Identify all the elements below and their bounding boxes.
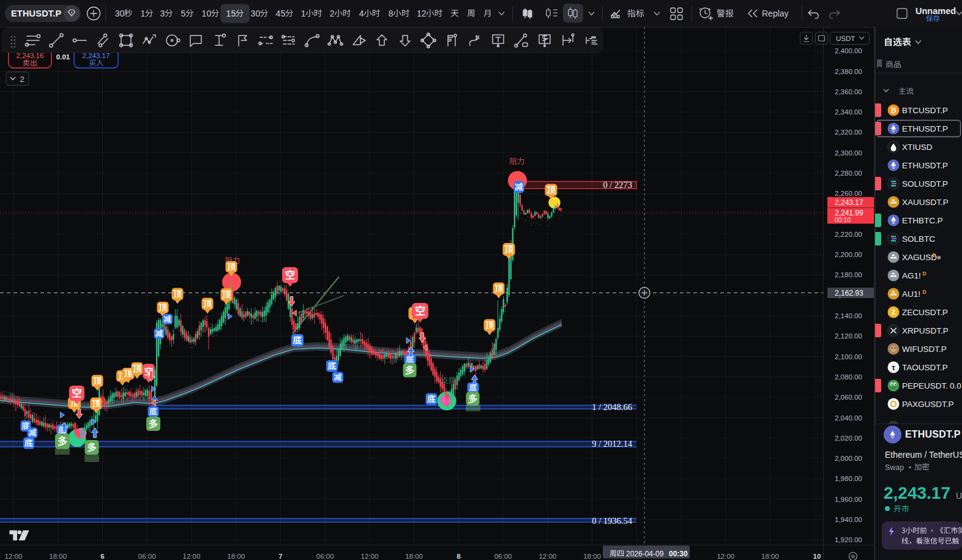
svg-text:2,243.17: 2,243.17 [884,483,950,502]
svg-text:1: 1 [140,9,145,18]
svg-text:1,960.00: 1,960.00 [835,496,862,503]
svg-text:2,100.00: 2,100.00 [835,353,862,360]
svg-text:2,243.17: 2,243.17 [835,198,863,207]
svg-text:6: 6 [100,553,104,560]
svg-text:12: 12 [417,9,427,18]
svg-text:ETHBTC.P: ETHBTC.P [902,216,943,225]
svg-text:XRPUSDT.P: XRPUSDT.P [902,326,949,335]
svg-text:30: 30 [251,9,261,18]
svg-text:2,020.00: 2,020.00 [835,435,862,442]
svg-text:Ethereum / TetherUS P: Ethereum / TetherUS P [885,450,962,460]
svg-text:12:00: 12:00 [717,553,734,560]
svg-text:15: 15 [226,9,236,18]
svg-text:8: 8 [389,9,393,18]
svg-text:0 / 2273: 0 / 2273 [603,180,632,190]
svg-text:0.01: 0.01 [56,53,70,61]
svg-text:18:00: 18:00 [583,553,601,560]
svg-text:TAOUSDT.P: TAOUSDT.P [902,363,948,372]
svg-text:8: 8 [457,553,461,560]
svg-text:12:00: 12:00 [539,553,556,560]
svg-text:2,400.00: 2,400.00 [835,47,862,54]
svg-text:2026-04-09: 2026-04-09 [626,550,664,558]
svg-text:18:00: 18:00 [227,553,245,560]
svg-text:2,080.00: 2,080.00 [835,373,862,381]
svg-text:00:30: 00:30 [669,550,688,558]
svg-text:ZECUSDT.P: ZECUSDT.P [902,308,948,317]
svg-text:00:10: 00:10 [835,216,851,223]
svg-text:2,120.00: 2,120.00 [835,332,862,340]
svg-text:0.0: 0.0 [950,381,961,390]
svg-text:WIFUSDT.P: WIFUSDT.P [902,345,947,354]
svg-text:BTCUSDT.P: BTCUSDT.P [902,106,948,115]
svg-text:3: 3 [160,9,165,18]
svg-text:45: 45 [276,9,286,18]
svg-text:SOLBTC: SOLBTC [902,234,935,244]
svg-text:D: D [932,252,936,258]
svg-text:Swap: Swap [885,463,904,472]
svg-text:2,380.00: 2,380.00 [835,68,862,75]
svg-text:2,220.00: 2,220.00 [835,231,862,238]
svg-text:0 / 1936.54: 0 / 1936.54 [592,516,632,526]
svg-text:ETHUSDT.P: ETHUSDT.P [902,161,948,170]
svg-text:1: 1 [301,9,306,18]
svg-text:2,280.00: 2,280.00 [835,170,862,177]
svg-text:2: 2 [330,9,335,18]
svg-text:2,340.00: 2,340.00 [835,108,862,116]
svg-text:7: 7 [278,553,282,560]
svg-text:PEPEUSDT.: PEPEUSDT. [902,381,948,390]
svg-text:1 / 2048.66: 1 / 2048.66 [592,402,632,412]
svg-text:Unnamed: Unnamed [915,6,956,16]
svg-text:2: 2 [20,75,24,84]
svg-text:06:00: 06:00 [316,553,334,560]
svg-text:D: D [923,271,927,277]
svg-text:30: 30 [115,9,125,18]
svg-text:12:00: 12:00 [361,553,379,560]
svg-text:4: 4 [359,9,364,18]
svg-text:9 / 2012.14: 9 / 2012.14 [592,439,632,449]
svg-text:06:00: 06:00 [494,553,512,560]
svg-text:Z: Z [892,308,896,316]
svg-text:Replay: Replay [762,9,789,18]
svg-text:2,040.00: 2,040.00 [835,414,862,422]
svg-text:2,162.93: 2,162.93 [835,289,863,297]
svg-text:18:00: 18:00 [761,553,779,560]
svg-text:ETHUSDT.P: ETHUSDT.P [905,429,961,439]
svg-text:2,320.00: 2,320.00 [835,129,862,136]
svg-text:XTIUSD: XTIUSD [902,143,933,152]
svg-text:18:00: 18:00 [405,553,423,560]
svg-text:10: 10 [813,553,821,560]
svg-text:AG1!: AG1! [902,271,921,280]
svg-text:12:00: 12:00 [183,553,201,560]
svg-text:5: 5 [181,9,185,18]
svg-text:XAUUSDT.P: XAUUSDT.P [902,198,949,207]
svg-text:USDT: USDT [836,35,855,42]
svg-text:τ: τ [892,364,895,372]
svg-text:2,360.00: 2,360.00 [835,88,862,95]
svg-text:ETHUSDT.P: ETHUSDT.P [902,124,948,133]
svg-text:12:00: 12:00 [5,553,23,560]
svg-text:D: D [923,289,927,295]
svg-text:2,180.00: 2,180.00 [835,271,862,278]
svg-text:2,140.00: 2,140.00 [835,312,862,319]
svg-text:2,000.00: 2,000.00 [835,455,862,462]
svg-text:1,980.00: 1,980.00 [835,475,862,482]
svg-text:PAXGUSDT.P: PAXGUSDT.P [902,400,954,409]
svg-text:U: U [956,491,962,501]
svg-text:2,300.00: 2,300.00 [835,149,862,157]
svg-text:18:00: 18:00 [49,553,67,560]
svg-text:10: 10 [202,9,212,18]
svg-text:2,060.00: 2,060.00 [835,394,862,401]
svg-text:AU1!: AU1! [902,289,920,299]
svg-text:2,260.00: 2,260.00 [835,190,862,197]
svg-text:2,200.00: 2,200.00 [835,251,862,258]
svg-text:1,920.00: 1,920.00 [835,536,862,543]
svg-text:₿: ₿ [890,106,896,114]
svg-text:SOLUSDT.P: SOLUSDT.P [902,179,948,189]
svg-text:ETHUSDT.P: ETHUSDT.P [11,9,61,18]
svg-text:1,940.00: 1,940.00 [835,516,862,523]
svg-text:06:00: 06:00 [138,553,156,560]
